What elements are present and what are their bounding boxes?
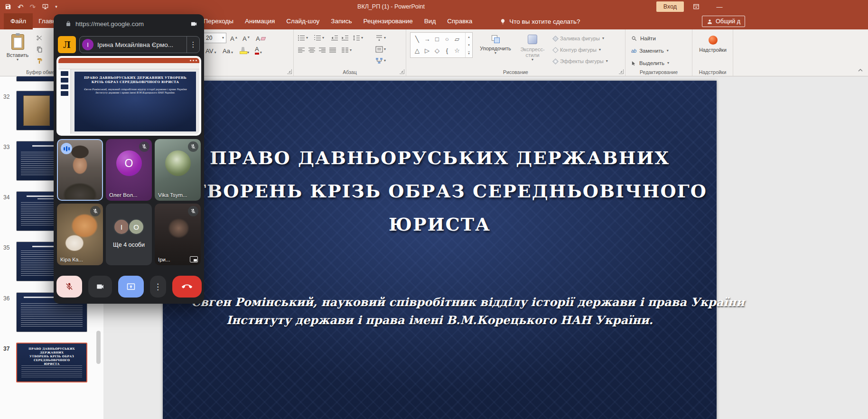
copy-icon <box>37 47 43 53</box>
presentation-preview[interactable]: ПРАВО ДАВНЬОРУСЬКИХ ДЕРЖАВНИХ УТВОРЕНЬ К… <box>56 56 201 136</box>
tab-slideshow[interactable]: Слайд-шоу <box>280 13 325 29</box>
scroll-up-icon[interactable]: ▴ <box>468 35 470 39</box>
letter-a: А <box>243 35 247 42</box>
participant-header[interactable]: І Ірина Михайлівна Єрмо... ⋮ <box>79 36 200 53</box>
more-options-button[interactable]: ⋮ <box>150 276 166 298</box>
shapes-gallery[interactable]: ╲ → □ ○ ▱ △ ▷ ◇ { ☆ ▴ ▾ ▾ <box>410 32 473 58</box>
select-button[interactable]: Выделить ▾ <box>631 58 669 68</box>
header-more-button[interactable]: ⋮ <box>187 37 199 53</box>
shape-triangle-right-icon[interactable]: ▷ <box>422 46 432 56</box>
copy-button[interactable] <box>34 45 45 54</box>
find-button[interactable]: Найти <box>631 33 656 44</box>
bullets-button[interactable]: ▾ <box>298 33 308 43</box>
align-left-button[interactable] <box>298 45 305 56</box>
font-size-combobox[interactable]: 20 ▾ <box>204 33 226 43</box>
shape-fill-button[interactable]: Заливка фигуры ▾ <box>553 33 604 44</box>
grow-font-button[interactable]: А▴ <box>230 33 237 43</box>
paste-icon <box>11 34 24 50</box>
camera-button[interactable] <box>88 276 112 298</box>
shape-outline-button[interactable]: Контур фигуры ▾ <box>553 45 601 55</box>
shape-rectangle-icon[interactable]: □ <box>432 34 442 45</box>
end-call-button[interactable] <box>172 276 202 298</box>
format-painter-button[interactable] <box>34 56 45 65</box>
line-spacing-button[interactable]: ▾ <box>353 33 363 43</box>
shape-outline-icon <box>552 47 559 53</box>
cut-button[interactable] <box>34 33 45 43</box>
scroll-down-icon[interactable]: ▾ <box>468 43 470 47</box>
google-meet-window[interactable]: https://meet.google.com Л І Ірина Михайл… <box>54 14 204 304</box>
drawing-dialog-launcher[interactable] <box>619 69 624 74</box>
shape-parallelogram-icon[interactable]: ▱ <box>452 34 462 45</box>
panel-scrollbar[interactable] <box>96 331 101 364</box>
slide-canvas[interactable]: ПРАВО ДАВНЬОРУСЬКИХ ДЕРЖАВНИХ УТВОРЕНЬ К… <box>163 81 717 419</box>
shape-arrow-icon[interactable]: → <box>422 34 432 45</box>
ribbon-display-options-button[interactable] <box>688 0 705 13</box>
indent-icon <box>341 35 349 41</box>
align-text-button[interactable]: ▾ <box>375 44 386 55</box>
convert-smartart-button[interactable]: ▾ <box>375 56 386 66</box>
slide-thumbnail-37-selected[interactable]: ПРАВО ДАВНЬОРУСЬКИХ ДЕРЖАВНИХ УТВОРЕНЬ К… <box>16 343 87 382</box>
tab-record[interactable]: Запись <box>325 13 357 29</box>
participant-tile-kira[interactable]: Кіра Ка... <box>57 204 103 265</box>
share-button[interactable]: Общий д <box>702 16 745 27</box>
participant-tile-vika[interactable]: Vika Tsym... <box>155 139 201 201</box>
tab-review[interactable]: Рецензирование <box>358 13 419 29</box>
caret-down-icon: ▾ <box>214 50 216 55</box>
camera-tab-icon[interactable] <box>190 20 198 28</box>
decrease-indent-button[interactable] <box>331 33 338 43</box>
participant-tile-irina[interactable]: Іри... <box>155 204 201 265</box>
shape-triangle-icon[interactable]: △ <box>412 46 422 56</box>
text-direction-button[interactable]: ▾ <box>375 33 386 43</box>
tab-view[interactable]: Вид <box>419 13 441 29</box>
paste-button[interactable]: Вставить ▾ <box>4 31 31 73</box>
numbering-button[interactable]: ▾ <box>314 33 324 43</box>
character-spacing-button[interactable]: AV▾ <box>205 45 216 56</box>
font-dialog-launcher[interactable] <box>287 69 292 74</box>
meet-url-bar[interactable]: https://meet.google.com <box>54 14 204 33</box>
paragraph-group-label: Абзац <box>294 69 406 75</box>
av-letters: AV <box>205 47 213 55</box>
collapse-ribbon-button[interactable] <box>858 65 863 74</box>
align-right-button[interactable] <box>318 45 326 56</box>
slide-subtitle[interactable]: Євген Ромінський, науковий співробітник … <box>191 293 688 329</box>
shape-ellipse-icon[interactable]: ○ <box>442 34 452 45</box>
participant-tile-self[interactable] <box>57 139 103 201</box>
shape-effects-button[interactable]: Эффекты фигуры ▾ <box>553 56 608 66</box>
shape-brace-icon[interactable]: { <box>442 46 452 56</box>
tab-animation[interactable]: Анимация <box>239 13 280 29</box>
tell-me-search[interactable]: Что вы хотите сделать? <box>500 13 580 29</box>
text-highlight-button[interactable]: ▾ <box>240 45 249 56</box>
shrink-font-button[interactable]: А▾ <box>243 33 250 43</box>
tab-help[interactable]: Справка <box>441 13 478 29</box>
columns-button[interactable]: ▾ <box>341 45 352 56</box>
font-color-button[interactable]: А▾ <box>255 45 262 56</box>
increase-indent-button[interactable] <box>341 33 349 43</box>
arrange-button[interactable]: Упорядочить ▾ <box>477 31 513 73</box>
microphone-muted-button[interactable] <box>56 276 82 298</box>
shapes-gallery-scrollbar[interactable]: ▴ ▾ ▾ <box>465 33 472 57</box>
sign-in-button[interactable]: Вход <box>656 1 684 12</box>
clear-formatting-button[interactable]: А <box>256 33 265 43</box>
paragraph-dialog-launcher[interactable] <box>400 69 404 74</box>
slide-number-selected: 37 <box>3 345 14 352</box>
gallery-more-icon[interactable]: ▾ <box>468 51 470 56</box>
align-center-button[interactable] <box>308 45 316 56</box>
replace-button[interactable]: ab Заменить ▾ <box>631 46 669 56</box>
addins-button[interactable]: Надстройки <box>699 31 727 73</box>
more-participants-tile[interactable]: І О Ще 4 особи <box>106 204 152 265</box>
justify-button[interactable] <box>329 45 336 56</box>
change-case-button[interactable]: Аа▾ <box>223 45 233 56</box>
addins-group-label: Надстройки <box>692 69 733 75</box>
present-screen-button[interactable] <box>118 276 144 298</box>
shape-diamond-icon[interactable]: ◇ <box>432 46 442 56</box>
picture-in-picture-icon[interactable] <box>190 256 198 262</box>
tab-file[interactable]: Файл <box>4 13 33 29</box>
shape-line-icon[interactable]: ╲ <box>412 34 422 45</box>
caret-down-icon: ▾ <box>384 36 386 40</box>
smartart-icon <box>375 57 383 64</box>
minimize-button[interactable]: — <box>711 0 728 13</box>
participant-tile-oleg[interactable]: О Олег Вол... <box>106 139 152 201</box>
shape-star-icon[interactable]: ☆ <box>452 46 462 56</box>
quick-styles-button[interactable]: Экспресс- стили ▾ <box>515 31 550 73</box>
slide-title[interactable]: ПРАВО ДАВНЬОРУСЬКИХ ДЕРЖАВНИХ УТВОРЕНЬ К… <box>177 141 702 241</box>
